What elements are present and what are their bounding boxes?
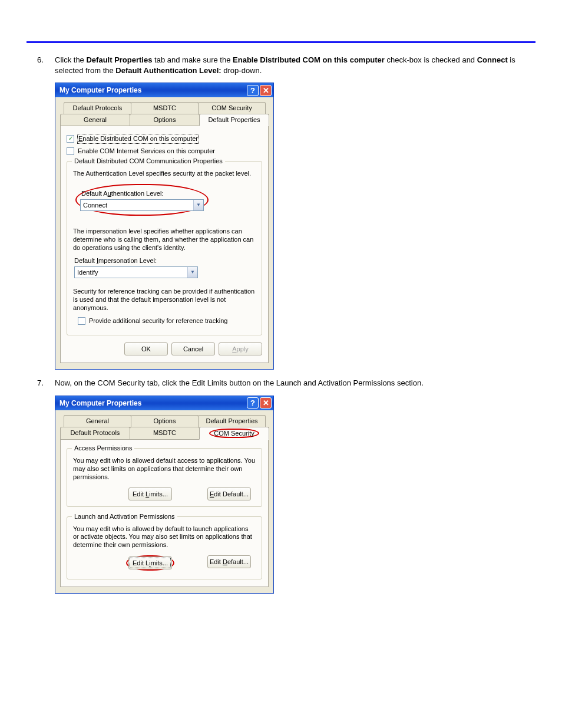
dialog-title: My Computer Properties bbox=[59, 398, 246, 408]
group-dcom-communication-properties: Default Distributed COM Communication Pr… bbox=[67, 161, 262, 335]
help-button[interactable]: ? bbox=[247, 397, 259, 409]
check-ref-tracking-label: Provide additional security for referenc… bbox=[89, 317, 227, 325]
edit-default-button[interactable]: Edit Default... bbox=[207, 487, 251, 500]
top-rule bbox=[27, 41, 535, 43]
check-enable-com-internet[interactable]: Enable COM Internet Services on this com… bbox=[67, 147, 262, 156]
titlebar[interactable]: My Computer Properties ? ✕ bbox=[55, 396, 273, 410]
checkbox-icon bbox=[67, 147, 74, 155]
close-button[interactable]: ✕ bbox=[260, 397, 272, 409]
checkbox-icon: ✓ bbox=[67, 135, 74, 143]
auth-level-label: Default Authentication Level: bbox=[81, 189, 204, 198]
dialog-my-computer-properties-2: My Computer Properties ? ✕ General Optio… bbox=[55, 396, 274, 594]
edit-limits-button[interactable]: Edit Limits... bbox=[128, 487, 172, 500]
help-button[interactable]: ? bbox=[247, 85, 259, 96]
impersonation-level-label: Default Impersonation Level: bbox=[74, 256, 256, 265]
impersonation-level-value: Identify bbox=[75, 267, 187, 278]
cancel-button[interactable]: Cancel bbox=[171, 342, 215, 355]
tab-msdtc[interactable]: MSDTC bbox=[130, 427, 200, 440]
auth-level-value: Connect bbox=[81, 200, 193, 210]
tab-default-properties[interactable]: Default Properties bbox=[198, 415, 266, 427]
dialog-title: My Computer Properties bbox=[59, 85, 246, 95]
ok-button[interactable]: OK bbox=[124, 342, 168, 355]
impersonation-level-select[interactable]: Identify ▼ bbox=[74, 266, 198, 278]
check-enable-com-internet-label: Enable COM Internet Services on this com… bbox=[78, 147, 215, 156]
edit-default-button[interactable]: Edit Default... bbox=[207, 555, 251, 568]
tab-default-protocols[interactable]: Default Protocols bbox=[64, 102, 131, 114]
dialog-my-computer-properties-1: My Computer Properties ? ✕ Default Proto… bbox=[55, 83, 274, 370]
impersonation-description: The impersonation level specifies whethe… bbox=[73, 228, 256, 252]
chevron-down-icon: ▼ bbox=[187, 267, 197, 278]
auth-level-select[interactable]: Connect ▼ bbox=[80, 199, 204, 211]
tab-default-protocols[interactable]: Default Protocols bbox=[60, 427, 130, 440]
ref-tracking-description: Security for reference tracking can be p… bbox=[73, 288, 256, 312]
tab-default-properties[interactable]: Default Properties bbox=[199, 114, 269, 126]
tab-options[interactable]: Options bbox=[130, 114, 200, 126]
tab-general[interactable]: General bbox=[60, 114, 130, 126]
tab-com-security[interactable]: COM Security bbox=[199, 427, 269, 440]
chevron-down-icon: ▼ bbox=[193, 200, 203, 210]
step-number-6: 6. bbox=[37, 55, 44, 65]
step7-text: Now, on the COM Security tab, click the … bbox=[55, 378, 535, 388]
tab-general[interactable]: General bbox=[64, 415, 131, 427]
group-launch-activation-permissions: Launch and Activation Permissions You ma… bbox=[67, 516, 262, 579]
step6-text: Click the Default Properties tab and mak… bbox=[55, 55, 535, 75]
tab-msdtc[interactable]: MSDTC bbox=[131, 102, 199, 114]
check-ref-tracking[interactable]: Provide additional security for referenc… bbox=[78, 317, 256, 325]
checkbox-icon bbox=[78, 317, 85, 325]
check-enable-dcom-label: Enable Distributed COM on this computer bbox=[78, 134, 199, 143]
check-enable-dcom[interactable]: ✓ Enable Distributed COM on this compute… bbox=[67, 134, 262, 143]
group-title: Launch and Activation Permissions bbox=[72, 512, 177, 521]
group-title: Access Permissions bbox=[72, 444, 134, 453]
group-title: Default Distributed COM Communication Pr… bbox=[72, 157, 225, 166]
auth-description: The Authentication Level specifies secur… bbox=[73, 170, 256, 178]
edit-limits-button[interactable]: Edit Limits... bbox=[128, 556, 172, 569]
launch-activation-desc: You may edit who is allowed by default t… bbox=[73, 525, 256, 549]
access-permissions-desc: You may edit who is allowed default acce… bbox=[73, 457, 256, 481]
apply-button[interactable]: Apply bbox=[219, 342, 262, 355]
titlebar[interactable]: My Computer Properties ? ✕ bbox=[55, 83, 273, 97]
tab-options[interactable]: Options bbox=[131, 415, 199, 427]
tab-com-security[interactable]: COM Security bbox=[198, 102, 266, 114]
step-number-7: 7. bbox=[37, 378, 44, 388]
close-button[interactable]: ✕ bbox=[260, 85, 272, 96]
group-access-permissions: Access Permissions You may edit who is a… bbox=[67, 448, 262, 506]
